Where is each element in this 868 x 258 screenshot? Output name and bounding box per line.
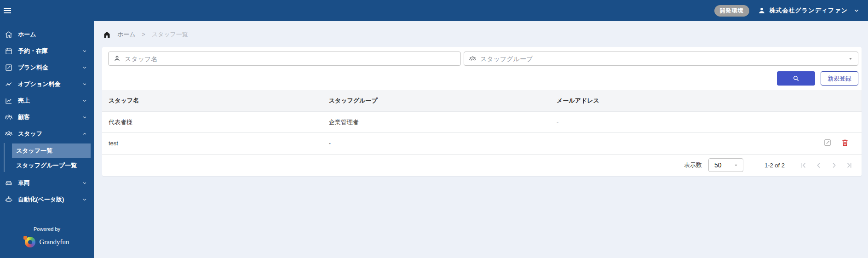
sidebar-item-label: 自動化(ベータ版) bbox=[18, 195, 64, 204]
chevron-down-icon bbox=[82, 48, 87, 54]
breadcrumb-current: スタッフ一覧 bbox=[152, 30, 188, 39]
brand: Grandyfun bbox=[0, 237, 94, 247]
calendar-icon bbox=[5, 47, 13, 55]
company-name: 株式会社グランディファン bbox=[770, 6, 848, 15]
per-page-label: 表示数 bbox=[684, 161, 702, 169]
sidebar-subitem-label: スタッフ一覧 bbox=[16, 147, 52, 155]
account-menu[interactable]: 株式会社グランディファン bbox=[758, 6, 860, 15]
table-row: test - bbox=[102, 133, 862, 154]
powered-by-label: Powered by bbox=[0, 226, 94, 232]
chevron-down-icon bbox=[82, 180, 87, 186]
column-email: メールアドレス bbox=[550, 90, 811, 112]
cell-actions bbox=[811, 112, 862, 133]
car-icon bbox=[5, 179, 13, 187]
sidebar-item-label: 車両 bbox=[18, 179, 30, 187]
search-icon bbox=[792, 75, 800, 82]
chevron-down-icon bbox=[82, 81, 87, 87]
home-icon bbox=[5, 30, 13, 39]
topbar: 開発環境 株式会社グランディファン bbox=[94, 0, 868, 21]
sidebar-item-label: ホーム bbox=[18, 30, 36, 39]
app: ホーム 予約・在庫 プラン料金 オプション料金 売上 bbox=[0, 0, 868, 258]
pagination-bar: 表示数 50 1-2 of 2 bbox=[102, 154, 862, 176]
last-page-icon bbox=[845, 161, 853, 170]
sidebar-item-home[interactable]: ホーム bbox=[0, 26, 94, 43]
next-page-button[interactable] bbox=[830, 161, 838, 169]
edit-icon bbox=[823, 138, 832, 147]
table-header-row: スタッフ名 スタッフグループ メールアドレス bbox=[102, 90, 862, 112]
cell-staff-group: 企業管理者 bbox=[322, 112, 550, 133]
sidebar-item-label: プラン料金 bbox=[18, 63, 48, 72]
prev-page-button[interactable] bbox=[815, 161, 823, 169]
chevron-up-icon bbox=[82, 131, 87, 137]
chevron-down-icon bbox=[82, 65, 87, 70]
sidebar-footer: Powered by Grandyfun bbox=[0, 226, 94, 247]
chevron-down-icon bbox=[82, 197, 87, 202]
sidebar-item-customers[interactable]: 顧客 bbox=[0, 109, 94, 126]
pager-controls bbox=[799, 161, 853, 169]
table-row: 代表者様 企業管理者 - bbox=[102, 112, 862, 133]
pagination-range: 1-2 of 2 bbox=[765, 162, 785, 169]
last-page-button[interactable] bbox=[845, 161, 853, 169]
cell-email bbox=[550, 133, 811, 154]
action-buttons: 新規登録 bbox=[102, 66, 862, 90]
sidebar-item-sales[interactable]: 売上 bbox=[0, 92, 94, 109]
grandyfun-logo-icon bbox=[25, 237, 35, 247]
person-outline-icon bbox=[113, 55, 121, 63]
sidebar-item-option-fees[interactable]: オプション料金 bbox=[0, 76, 94, 92]
sidebar-item-automation[interactable]: 自動化(ベータ版) bbox=[0, 191, 94, 208]
home-icon bbox=[103, 31, 111, 39]
breadcrumb-separator: > bbox=[142, 31, 145, 38]
main: 開発環境 株式会社グランディファン ホーム > スタッフ一覧 bbox=[94, 0, 868, 258]
chevron-down-icon bbox=[82, 98, 87, 103]
column-staff-group: スタッフグループ bbox=[322, 90, 550, 112]
cell-staff-group: - bbox=[322, 133, 550, 154]
chevron-right-icon bbox=[830, 161, 838, 170]
column-actions bbox=[811, 90, 862, 112]
per-page-value: 50 bbox=[714, 161, 722, 169]
sidebar-subitem-label: スタッフグループ一覧 bbox=[16, 161, 77, 170]
robot-icon bbox=[5, 195, 13, 204]
cell-staff-name: test bbox=[102, 133, 322, 154]
options-icon bbox=[5, 80, 13, 88]
sidebar-item-label: スタッフ bbox=[18, 130, 42, 138]
staff-list-card: 新規登録 スタッフ名 スタッフグループ メールアドレス bbox=[102, 47, 862, 176]
first-page-button[interactable] bbox=[799, 161, 808, 169]
cell-actions bbox=[811, 133, 862, 154]
sidebar-item-label: 売上 bbox=[18, 97, 30, 105]
staff-name-input[interactable] bbox=[125, 55, 456, 63]
edit-square-icon bbox=[5, 63, 13, 72]
content: ホーム > スタッフ一覧 bbox=[94, 21, 868, 258]
cell-staff-name: 代表者様 bbox=[102, 112, 322, 133]
search-button[interactable] bbox=[777, 71, 815, 86]
search-filters bbox=[102, 52, 862, 66]
sidebar-item-staff[interactable]: スタッフ bbox=[0, 126, 94, 142]
sidebar-item-reservations[interactable]: 予約・在庫 bbox=[0, 43, 94, 59]
breadcrumb-home-link[interactable]: ホーム bbox=[117, 30, 136, 39]
sidebar-item-vehicles[interactable]: 車両 bbox=[0, 175, 94, 191]
environment-badge: 開発環境 bbox=[714, 5, 749, 17]
staff-table: スタッフ名 スタッフグループ メールアドレス 代表者様 企業管理者 - bbox=[102, 90, 862, 154]
delete-button[interactable] bbox=[841, 138, 849, 147]
first-page-icon bbox=[799, 161, 808, 170]
edit-button[interactable] bbox=[823, 138, 832, 147]
staff-name-field bbox=[108, 52, 461, 66]
sidebar-nav: ホーム 予約・在庫 プラン料金 オプション料金 売上 bbox=[0, 26, 94, 208]
sidebar-subitem-staff-list[interactable]: スタッフ一覧 bbox=[12, 143, 91, 158]
sidebar: ホーム 予約・在庫 プラン料金 オプション料金 売上 bbox=[0, 0, 94, 258]
dropdown-caret-icon bbox=[733, 162, 739, 168]
person-icon bbox=[758, 6, 766, 15]
staff-icon bbox=[5, 130, 13, 138]
staff-group-input[interactable] bbox=[480, 55, 844, 63]
staff-group-field bbox=[464, 52, 858, 66]
sidebar-item-plan-fees[interactable]: プラン料金 bbox=[0, 59, 94, 76]
chart-icon bbox=[5, 97, 13, 105]
register-button[interactable]: 新規登録 bbox=[821, 71, 858, 86]
dropdown-caret-icon[interactable] bbox=[848, 56, 853, 62]
sidebar-subitem-staff-group-list[interactable]: スタッフグループ一覧 bbox=[12, 158, 91, 172]
hamburger-menu-icon[interactable] bbox=[4, 6, 15, 15]
cell-email: - bbox=[550, 112, 811, 133]
sidebar-item-label: 顧客 bbox=[18, 113, 30, 121]
staff-submenu: スタッフ一覧 スタッフグループ一覧 bbox=[0, 142, 94, 175]
per-page-select[interactable]: 50 bbox=[708, 158, 743, 172]
breadcrumb: ホーム > スタッフ一覧 bbox=[102, 28, 862, 47]
